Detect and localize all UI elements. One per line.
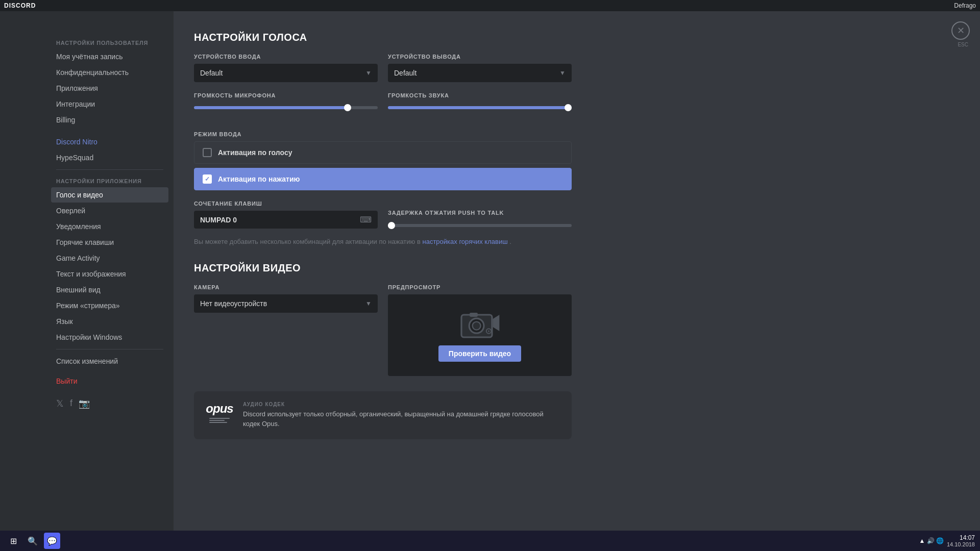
output-device-col: УСТРОЙСТВО ВЫВОДА Default ▼ bbox=[388, 54, 572, 82]
svg-point-2 bbox=[473, 321, 481, 330]
voice-activation-option[interactable]: Активация по голосу bbox=[194, 141, 572, 164]
keybind-label: СОЧЕТАНИЕ КЛАВИШ bbox=[194, 201, 378, 207]
sidebar-item-integrations[interactable]: Интеграции bbox=[51, 96, 168, 112]
note-text-end: . bbox=[509, 238, 511, 245]
sidebar-item-overlay[interactable]: Оверлей bbox=[51, 203, 168, 218]
push-to-talk-label: Активация по нажатию bbox=[218, 175, 300, 183]
sidebar-divider-2 bbox=[56, 349, 163, 349]
mic-volume-slider[interactable] bbox=[194, 106, 378, 109]
opus-text-section: АУДИО КОДЕК Discord использует только от… bbox=[243, 402, 561, 429]
delay-label: ЗАДЕРЖКА ОТЖАТИЯ PUSH TO TALK bbox=[388, 210, 572, 216]
hotkeys-settings-link[interactable]: настройках горячих клавиш bbox=[422, 238, 507, 245]
sidebar-item-privacy[interactable]: Конфиденциальность bbox=[51, 65, 168, 80]
output-device-select[interactable]: Default bbox=[388, 64, 572, 82]
keybind-input[interactable]: NUMPAD 0 ⌨ bbox=[194, 211, 378, 229]
sidebar-item-voice-video[interactable]: Голос и видео bbox=[51, 187, 168, 203]
sound-volume-slider[interactable] bbox=[388, 106, 572, 109]
test-video-button[interactable]: Проверить видео bbox=[438, 345, 521, 362]
taskbar-right: ▲ 🔊 🌐 14:07 14.10.2018 bbox=[919, 534, 975, 547]
opus-wave-line-1 bbox=[209, 418, 230, 419]
camera-label: КАМЕРА bbox=[194, 284, 378, 290]
sidebar-item-hypesquad[interactable]: HypeSquad bbox=[51, 150, 168, 165]
video-section: НАСТРОЙКИ ВИДЕО КАМЕРА Нет видеоустройст… bbox=[194, 262, 572, 376]
mic-volume-label: ГРОМКОСТЬ МИКРОФОНА bbox=[194, 92, 378, 98]
sidebar-item-changelog[interactable]: Список изменений bbox=[51, 354, 168, 369]
input-device-wrapper: Default ▼ bbox=[194, 64, 378, 82]
input-device-select[interactable]: Default bbox=[194, 64, 378, 82]
opus-wave-line-3 bbox=[209, 422, 227, 423]
top-bar-username: Defragо bbox=[954, 2, 976, 9]
device-row: УСТРОЙСТВО ВВОДА Default ▼ УСТРОЙСТВО ВЫ… bbox=[194, 54, 572, 82]
opus-wave bbox=[209, 418, 230, 423]
camera-select-wrapper: Нет видеоустройств ▼ bbox=[194, 294, 378, 313]
top-bar: DISCORD Defragо bbox=[0, 0, 980, 11]
opus-description: Discord использует только отборный, орга… bbox=[243, 409, 561, 429]
instagram-icon[interactable]: 📷 bbox=[79, 398, 90, 409]
sidebar-item-text-images[interactable]: Текст и изображения bbox=[51, 266, 168, 282]
preview-col: ПРЕДПРОСМОТР bbox=[388, 284, 572, 376]
sidebar-section-app: НАСТРОЙКИ ПРИЛОЖЕНИЯ bbox=[51, 178, 168, 184]
video-settings-title: НАСТРОЙКИ ВИДЕО bbox=[194, 262, 572, 274]
sidebar-item-windows-settings[interactable]: Настройки Windows bbox=[51, 330, 168, 345]
taskbar-time: 14:07 bbox=[947, 534, 975, 541]
sidebar-item-streamer-mode[interactable]: Режим «стримера» bbox=[51, 298, 168, 313]
input-mode-label: РЕЖИМ ВВОДА bbox=[194, 131, 572, 137]
sidebar-item-game-activity[interactable]: Game Activity bbox=[51, 251, 168, 266]
opus-logo-text: opus bbox=[206, 402, 233, 416]
voice-settings-title: НАСТРОЙКИ ГОЛОСА bbox=[194, 32, 572, 43]
taskbar-left: ⊞ 🔍 💬 bbox=[5, 533, 60, 549]
taskbar: ⊞ 🔍 💬 ▲ 🔊 🌐 14:07 14.10.2018 bbox=[0, 531, 980, 551]
mic-volume-col: ГРОМКОСТЬ МИКРОФОНА bbox=[194, 92, 378, 111]
keybind-section: СОЧЕТАНИЕ КЛАВИШ NUMPAD 0 ⌨ ЗАДЕРЖКА ОТЖ… bbox=[194, 201, 572, 229]
taskbar-date: 14.10.2018 bbox=[947, 541, 975, 547]
svg-point-6 bbox=[488, 330, 489, 332]
camera-col: КАМЕРА Нет видеоустройств ▼ bbox=[194, 284, 378, 376]
keyboard-icon: ⌨ bbox=[360, 215, 372, 224]
sidebar-item-my-account[interactable]: Моя учётная запись bbox=[51, 49, 168, 64]
input-mode-section: РЕЖИМ ВВОДА Активация по голосу ✓ Актива… bbox=[194, 131, 572, 190]
taskbar-discord-button[interactable]: 💬 bbox=[44, 533, 60, 549]
video-two-col: КАМЕРА Нет видеоустройств ▼ ПРЕДПРОСМОТР bbox=[194, 284, 572, 376]
sidebar-divider-1 bbox=[56, 169, 163, 170]
checkmark-icon: ✓ bbox=[205, 176, 210, 183]
windows-start-button[interactable]: ⊞ bbox=[5, 533, 21, 549]
output-device-wrapper: Default ▼ bbox=[388, 64, 572, 82]
camera-select[interactable]: Нет видеоустройств bbox=[194, 294, 378, 313]
sidebar-section-user: НАСТРОЙКИ ПОЛЬЗОВАТЕЛЯ bbox=[51, 40, 168, 46]
discord-logo: DISCORD bbox=[4, 2, 36, 9]
sound-volume-label: ГРОМКОСТЬ ЗВУКА bbox=[388, 92, 572, 98]
taskbar-clock: 14:07 14.10.2018 bbox=[947, 534, 975, 547]
sidebar-item-apps[interactable]: Приложения bbox=[51, 81, 168, 96]
sidebar: НАСТРОЙКИ ПОЛЬЗОВАТЕЛЯ Моя учётная запис… bbox=[0, 11, 174, 551]
sidebar-item-logout[interactable]: Выйти bbox=[51, 373, 168, 389]
delay-slider[interactable] bbox=[388, 224, 572, 227]
twitter-icon[interactable]: 𝕏 bbox=[56, 398, 64, 409]
tray-icons: ▲ 🔊 🌐 bbox=[919, 537, 944, 544]
content-area: ✕ ESC НАСТРОЙКИ ГОЛОСА УСТРОЙСТВО ВВОДА … bbox=[174, 11, 980, 551]
note-text: Вы можете добавить несколько комбинаций … bbox=[194, 237, 572, 247]
sidebar-item-hotkeys[interactable]: Горячие клавиши bbox=[51, 235, 168, 250]
sidebar-item-language[interactable]: Язык bbox=[51, 314, 168, 329]
input-device-col: УСТРОЙСТВО ВВОДА Default ▼ bbox=[194, 54, 378, 82]
sidebar-item-nitro[interactable]: Discord Nitro bbox=[51, 134, 168, 149]
taskbar-search-button[interactable]: 🔍 bbox=[24, 533, 41, 549]
push-to-talk-checkbox: ✓ bbox=[203, 174, 212, 184]
voice-activation-checkbox bbox=[203, 148, 212, 157]
main-container: НАСТРОЙКИ ПОЛЬЗОВАТЕЛЯ Моя учётная запис… bbox=[0, 0, 980, 551]
output-device-label: УСТРОЙСТВО ВЫВОДА bbox=[388, 54, 572, 60]
settings-panel: ✕ ESC НАСТРОЙКИ ГОЛОСА УСТРОЙСТВО ВВОДА … bbox=[174, 11, 592, 460]
keybind-col: СОЧЕТАНИЕ КЛАВИШ NUMPAD 0 ⌨ bbox=[194, 201, 378, 229]
opus-wave-line-2 bbox=[209, 420, 225, 421]
push-to-talk-option[interactable]: ✓ Активация по нажатию bbox=[194, 168, 572, 190]
facebook-icon[interactable]: f bbox=[70, 398, 72, 409]
sidebar-item-billing[interactable]: Billing bbox=[51, 112, 168, 128]
opus-codec-label: АУДИО КОДЕК bbox=[243, 402, 561, 407]
camera-icon bbox=[459, 309, 500, 339]
sidebar-item-appearance[interactable]: Внешний вид bbox=[51, 282, 168, 297]
svg-rect-3 bbox=[470, 313, 478, 317]
preview-box: Проверить видео bbox=[388, 294, 572, 376]
svg-marker-4 bbox=[493, 315, 500, 331]
close-button[interactable]: ✕ bbox=[951, 21, 970, 40]
sidebar-item-notifications[interactable]: Уведомления bbox=[51, 219, 168, 234]
input-device-label: УСТРОЙСТВО ВВОДА bbox=[194, 54, 378, 60]
